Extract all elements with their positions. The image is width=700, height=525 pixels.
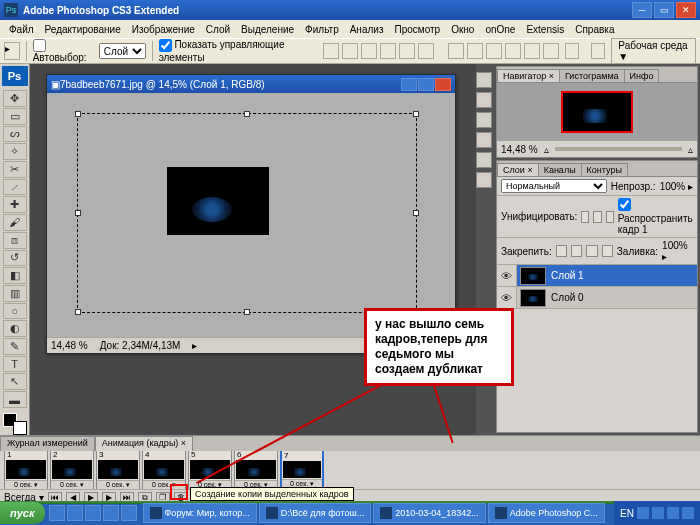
align-icon[interactable] xyxy=(399,43,415,59)
panel-tab[interactable]: Каналы xyxy=(538,163,582,176)
panel-tab[interactable]: Гистограмма xyxy=(559,69,625,82)
path-tool[interactable]: ↖ xyxy=(3,373,27,390)
frame-delay[interactable]: 0 сек. ▾ xyxy=(97,480,139,489)
lang-indicator[interactable]: EN xyxy=(620,508,634,519)
frame-delay[interactable]: 0 сек. ▾ xyxy=(51,480,93,489)
tray-icon[interactable] xyxy=(667,507,679,519)
panel-tab[interactable]: Навигатор × xyxy=(497,69,560,82)
menu-item[interactable]: Справка xyxy=(570,22,619,37)
lock-icon[interactable] xyxy=(556,245,567,257)
transform-handle[interactable] xyxy=(413,210,419,216)
frame-delay[interactable]: 0 сек. ▾ xyxy=(5,480,47,489)
opacity-input[interactable]: 100% ▸ xyxy=(660,181,693,192)
current-tool-icon[interactable]: ▸ xyxy=(4,42,20,60)
collapsed-panel-icon[interactable] xyxy=(476,152,492,168)
tray-icon[interactable] xyxy=(652,507,664,519)
lock-icon[interactable] xyxy=(586,245,597,257)
zoom-out-icon[interactable]: ▵ xyxy=(544,144,549,155)
transform-handle[interactable] xyxy=(75,111,81,117)
type-tool[interactable]: T xyxy=(3,356,27,373)
layer-row[interactable]: 👁Слой 1 xyxy=(497,265,697,287)
align-icon[interactable] xyxy=(418,43,434,59)
panel-tab[interactable]: Контуры xyxy=(581,163,628,176)
navigator-preview[interactable] xyxy=(497,83,697,141)
panel-tab[interactable]: Слои × xyxy=(497,163,539,176)
distribute-icon[interactable] xyxy=(505,43,521,59)
unify-icon[interactable] xyxy=(593,211,601,223)
animation-frame[interactable]: 20 сек. ▾ xyxy=(50,451,94,489)
menu-item[interactable]: Редактирование xyxy=(40,22,126,37)
nav-zoom-readout[interactable]: 14,48 % xyxy=(501,144,538,155)
collapsed-panel-icon[interactable] xyxy=(476,72,492,88)
transform-handle[interactable] xyxy=(75,210,81,216)
collapsed-panel-icon[interactable] xyxy=(476,132,492,148)
fill-input[interactable]: 100% ▸ xyxy=(662,240,693,262)
heal-tool[interactable]: ✚ xyxy=(3,196,27,213)
blend-mode-select[interactable]: Нормальный xyxy=(501,179,607,193)
collapsed-panel-icon[interactable] xyxy=(476,172,492,188)
layer-row[interactable]: 👁Слой 0 xyxy=(497,287,697,309)
align-icon[interactable] xyxy=(323,43,339,59)
menu-item[interactable]: Изображение xyxy=(127,22,200,37)
animation-frame[interactable]: 30 сек. ▾ xyxy=(96,451,140,489)
unify-icon[interactable] xyxy=(581,211,589,223)
distribute-icon[interactable] xyxy=(467,43,483,59)
taskbar-task[interactable]: Adobe Photoshop C... xyxy=(488,503,605,523)
document-canvas[interactable] xyxy=(47,93,455,337)
start-button[interactable]: пуск xyxy=(0,502,45,524)
propagate-checkbox[interactable]: Распространить кадр 1 xyxy=(618,198,693,235)
lasso-tool[interactable]: ᔕ xyxy=(3,126,27,143)
visibility-icon[interactable]: 👁 xyxy=(497,265,517,286)
show-controls-checkbox[interactable]: Показать управляющие элементы xyxy=(159,39,310,63)
maximize-button[interactable]: ▭ xyxy=(654,2,674,18)
align-icon[interactable] xyxy=(361,43,377,59)
quick-launch-icon[interactable] xyxy=(67,505,83,521)
auto-select-checkbox[interactable]: Автовыбор: xyxy=(33,39,93,63)
panel-tab[interactable]: Анимация (кадры) × xyxy=(95,436,193,451)
animation-frame[interactable]: 50 сек. ▾ xyxy=(188,451,232,489)
align-icon[interactable] xyxy=(342,43,358,59)
stamp-tool[interactable]: ⧈ xyxy=(3,232,27,249)
blur-tool[interactable]: ○ xyxy=(3,303,27,320)
collapsed-panel-icon[interactable] xyxy=(476,112,492,128)
distribute-icon[interactable] xyxy=(448,43,464,59)
menu-item[interactable]: Слой xyxy=(201,22,235,37)
layer-name[interactable]: Слой 0 xyxy=(549,292,584,303)
zoom-in-icon[interactable]: ▵ xyxy=(688,144,693,155)
menu-item[interactable]: Просмотр xyxy=(389,22,445,37)
panel-tab[interactable]: Журнал измерений xyxy=(0,436,95,451)
collapsed-panel-icon[interactable] xyxy=(476,92,492,108)
dodge-tool[interactable]: ◐ xyxy=(3,320,27,337)
visibility-icon[interactable]: 👁 xyxy=(497,287,517,308)
brush-tool[interactable]: 🖌 xyxy=(3,214,27,231)
menu-item[interactable]: Окно xyxy=(446,22,479,37)
tray-icon[interactable] xyxy=(682,507,694,519)
transform-handle[interactable] xyxy=(244,309,250,315)
menu-item[interactable]: Анализ xyxy=(345,22,389,37)
zoom-readout[interactable]: 14,48 % xyxy=(51,340,88,351)
doc-minimize-button[interactable] xyxy=(401,78,417,91)
transform-handle[interactable] xyxy=(75,309,81,315)
taskbar-task[interactable]: 2010-03-04_18342... xyxy=(373,503,486,523)
menu-item[interactable]: Выделение xyxy=(236,22,299,37)
distribute-icon[interactable] xyxy=(543,43,559,59)
menu-item[interactable]: onOne xyxy=(480,22,520,37)
taskbar-task[interactable]: D:\Всё для фотош... xyxy=(259,503,371,523)
navigator-thumb[interactable] xyxy=(561,91,633,133)
gradient-tool[interactable]: ▥ xyxy=(3,285,27,302)
lock-icon[interactable] xyxy=(602,245,613,257)
layer-name[interactable]: Слой 1 xyxy=(549,270,584,281)
eraser-tool[interactable]: ◧ xyxy=(3,267,27,284)
taskbar-task[interactable]: Форум: Мир, котор... xyxy=(143,503,257,523)
doc-close-button[interactable] xyxy=(435,78,451,91)
minimize-button[interactable]: ─ xyxy=(632,2,652,18)
pen-tool[interactable]: ✎ xyxy=(3,338,27,355)
arrange-icon[interactable] xyxy=(565,43,579,59)
auto-select-target[interactable]: Слой xyxy=(99,43,146,59)
tray-icon[interactable] xyxy=(637,507,649,519)
color-swatches[interactable] xyxy=(3,413,27,435)
quick-launch-icon[interactable] xyxy=(49,505,65,521)
transform-handle[interactable] xyxy=(413,111,419,117)
document-titlebar[interactable]: ▣ 7badbeeb7671.jpg @ 14,5% (Слой 1, RGB/… xyxy=(47,75,455,93)
quick-launch-icon[interactable] xyxy=(85,505,101,521)
